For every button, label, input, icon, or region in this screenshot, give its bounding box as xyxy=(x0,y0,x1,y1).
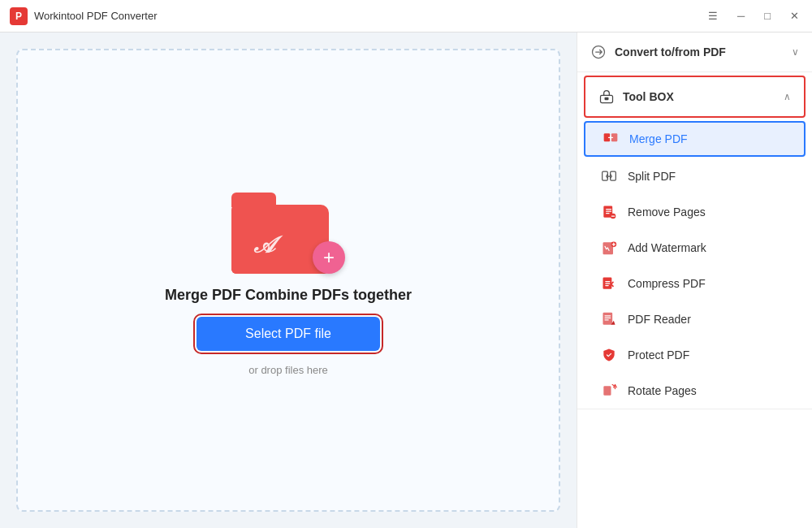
pdf-acrobat-symbol: 𝒜 xyxy=(254,232,274,259)
remove-pages-icon xyxy=(600,203,618,221)
svg-rect-12 xyxy=(603,313,613,325)
toolbox-chevron-icon: ∧ xyxy=(784,91,791,102)
compress-pdf-icon xyxy=(600,275,618,292)
sidebar-item-remove[interactable]: Remove Pages xyxy=(577,194,812,230)
sidebar-item-split[interactable]: Split PDF xyxy=(577,158,812,194)
app-icon: P xyxy=(10,7,28,25)
menu-button[interactable]: ☰ xyxy=(705,8,721,24)
protect-pdf-icon xyxy=(600,346,618,364)
plus-button: + xyxy=(313,241,345,274)
compress-pdf-label: Compress PDF xyxy=(628,277,706,290)
sidebar-item-compress[interactable]: Compress PDF xyxy=(577,266,812,301)
toolbox-section-header[interactable]: Tool BOX ∧ xyxy=(585,77,804,116)
merge-pdf-label: Merge PDF xyxy=(629,132,688,145)
toolbox-header[interactable]: Tool BOX ∧ xyxy=(584,76,806,118)
select-pdf-button[interactable]: Select PDF file xyxy=(197,317,380,351)
sidebar-item-merge[interactable]: Merge PDF xyxy=(584,121,806,157)
convert-section-header[interactable]: Convert to/from PDF ∨ xyxy=(577,32,812,71)
app-title: Workintool PDF Converter xyxy=(34,10,157,22)
sidebar-item-reader[interactable]: PDF Reader xyxy=(577,301,812,337)
titlebar-left: P Workintool PDF Converter xyxy=(10,7,157,25)
toolbox-icon xyxy=(598,89,615,105)
drop-hint-text: or drop files here xyxy=(248,364,328,376)
titlebar: P Workintool PDF Converter ☰ ─ □ ✕ xyxy=(0,0,812,32)
convert-section: Convert to/from PDF ∨ xyxy=(577,32,812,72)
toolbox-section-title: Tool BOX xyxy=(598,89,674,105)
pdf-folder-illustration: 𝒜 + xyxy=(231,184,345,274)
toolbox-section: Tool BOX ∧ Merge PDF xyxy=(577,72,812,409)
merge-title: Merge PDF Combine PDFs together xyxy=(165,287,412,304)
main-layout: 𝒜 + Merge PDF Combine PDFs together Sele… xyxy=(0,32,812,528)
sidebar-item-protect[interactable]: Protect PDF xyxy=(577,337,812,373)
convert-icon xyxy=(590,44,607,60)
remove-pages-label: Remove Pages xyxy=(628,206,706,219)
split-pdf-label: Split PDF xyxy=(628,170,676,183)
folder-tab xyxy=(231,193,276,207)
close-button[interactable]: ✕ xyxy=(787,8,802,24)
drop-zone[interactable]: 𝒜 + Merge PDF Combine PDFs together Sele… xyxy=(16,49,560,512)
sidebar-item-rotate[interactable]: Rotate Pages xyxy=(577,373,812,409)
sidebar: Convert to/from PDF ∨ xyxy=(577,32,812,528)
convert-section-title: Convert to/from PDF xyxy=(590,44,726,60)
add-watermark-label: Add Watermark xyxy=(628,241,706,254)
convert-chevron-icon: ∨ xyxy=(792,46,799,58)
rotate-pages-icon xyxy=(600,382,618,400)
svg-rect-2 xyxy=(605,97,609,100)
sidebar-item-watermark[interactable]: Add Watermark xyxy=(577,230,812,266)
protect-pdf-label: Protect PDF xyxy=(628,348,689,361)
add-watermark-icon xyxy=(600,239,618,257)
minimize-button[interactable]: ─ xyxy=(734,8,748,24)
pdf-reader-label: PDF Reader xyxy=(628,313,691,326)
content-area: 𝒜 + Merge PDF Combine PDFs together Sele… xyxy=(0,32,577,528)
maximize-button[interactable]: □ xyxy=(761,8,774,24)
svg-rect-13 xyxy=(603,386,611,396)
rotate-pages-label: Rotate Pages xyxy=(628,384,697,397)
split-pdf-icon xyxy=(600,167,618,185)
titlebar-controls: ☰ ─ □ ✕ xyxy=(705,8,802,24)
pdf-reader-icon xyxy=(600,310,618,328)
merge-pdf-icon xyxy=(602,130,620,148)
